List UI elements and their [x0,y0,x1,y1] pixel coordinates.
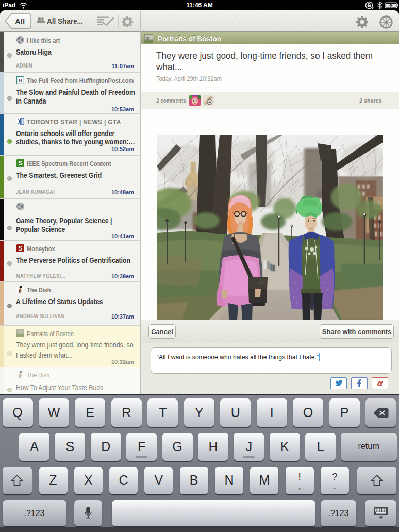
svg-text:S: S [18,245,22,252]
svg-text:S: S [18,160,22,167]
svg-text:H: H [19,78,23,84]
